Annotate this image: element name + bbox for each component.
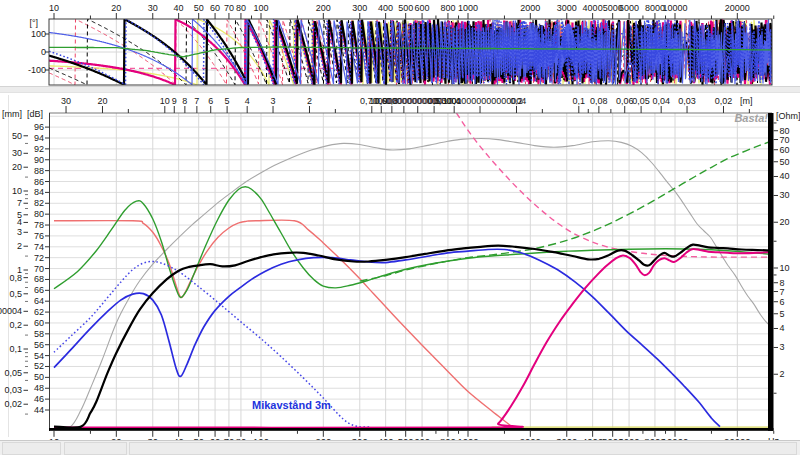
svg-text:64: 64 bbox=[34, 296, 44, 306]
svg-text:8: 8 bbox=[780, 278, 785, 288]
svg-text:80: 80 bbox=[34, 209, 44, 219]
svg-text:60: 60 bbox=[210, 3, 220, 13]
svg-text:5: 5 bbox=[225, 96, 230, 106]
svg-text:7: 7 bbox=[780, 287, 785, 297]
svg-text:0,1: 0,1 bbox=[9, 344, 22, 354]
mm-axis: 0,020,030,050,10,20,300000000000000040,5… bbox=[0, 131, 28, 414]
tweeter-spl-magenta bbox=[54, 249, 774, 428]
svg-text:70: 70 bbox=[224, 3, 234, 13]
svg-text:10: 10 bbox=[160, 96, 170, 106]
svg-text:300: 300 bbox=[352, 3, 367, 13]
svg-text:6000: 6000 bbox=[619, 3, 639, 13]
svg-text:6: 6 bbox=[780, 297, 785, 307]
svg-text:52: 52 bbox=[34, 361, 44, 371]
svg-text:72: 72 bbox=[34, 253, 44, 263]
svg-text:74: 74 bbox=[34, 242, 44, 252]
svg-text:50: 50 bbox=[194, 3, 204, 13]
svg-text:90: 90 bbox=[34, 155, 44, 165]
svg-text:20: 20 bbox=[97, 96, 107, 106]
phase-chart[interactable]: 1020304050607080100200300400500600800100… bbox=[28, 3, 774, 85]
svg-text:50: 50 bbox=[34, 372, 44, 382]
svg-text:46: 46 bbox=[34, 394, 44, 404]
frequency-axis: 1020304050607080100200300400500600800100… bbox=[49, 431, 774, 440]
svg-text:88: 88 bbox=[34, 166, 44, 176]
svg-text:58: 58 bbox=[34, 329, 44, 339]
svg-text:200: 200 bbox=[316, 3, 331, 13]
svg-text:50: 50 bbox=[12, 131, 22, 141]
wavelength-axis-unit: [m] bbox=[740, 96, 753, 106]
svg-text:80: 80 bbox=[780, 126, 790, 136]
svg-text:3: 3 bbox=[17, 227, 22, 237]
status-segment bbox=[64, 442, 127, 455]
svg-text:0,5: 0,5 bbox=[9, 289, 22, 299]
svg-text:6: 6 bbox=[208, 96, 213, 106]
svg-text:76: 76 bbox=[34, 231, 44, 241]
svg-text:0,03: 0,03 bbox=[4, 385, 22, 395]
svg-text:7: 7 bbox=[17, 198, 22, 208]
svg-text:20: 20 bbox=[780, 217, 790, 227]
svg-text:40: 40 bbox=[780, 171, 790, 181]
svg-text:4: 4 bbox=[780, 323, 785, 333]
svg-text:0,06: 0,06 bbox=[616, 96, 634, 106]
svg-text:500: 500 bbox=[398, 3, 413, 13]
svg-text:2000: 2000 bbox=[520, 3, 540, 13]
basta-watermark: Basta! bbox=[734, 112, 768, 124]
svg-text:0,02: 0,02 bbox=[715, 96, 733, 106]
svg-text:0,02: 0,02 bbox=[4, 399, 22, 409]
phase-series bbox=[49, 19, 772, 85]
svg-text:96: 96 bbox=[34, 122, 44, 132]
svg-text:70: 70 bbox=[780, 135, 790, 145]
svg-text:20: 20 bbox=[12, 162, 22, 172]
svg-text:44: 44 bbox=[34, 405, 44, 415]
svg-text:-100: -100 bbox=[28, 65, 46, 75]
svg-text:3000: 3000 bbox=[557, 3, 577, 13]
svg-text:54: 54 bbox=[34, 351, 44, 361]
main-grid bbox=[49, 113, 772, 428]
status-segment bbox=[129, 442, 797, 455]
svg-text:600: 600 bbox=[415, 3, 430, 13]
svg-text:1000: 1000 bbox=[458, 3, 478, 13]
svg-text:10: 10 bbox=[780, 263, 790, 273]
panel-divider bbox=[0, 87, 800, 93]
svg-text:10000: 10000 bbox=[662, 3, 687, 13]
svg-text:100: 100 bbox=[253, 3, 268, 13]
svg-text:0,1: 0,1 bbox=[573, 96, 586, 106]
svg-text:80: 80 bbox=[236, 3, 246, 13]
svg-text:30: 30 bbox=[780, 190, 790, 200]
svg-text:4000: 4000 bbox=[583, 3, 603, 13]
svg-text:86: 86 bbox=[34, 177, 44, 187]
svg-text:60: 60 bbox=[780, 145, 790, 155]
svg-text:66: 66 bbox=[34, 285, 44, 295]
svg-text:0,05: 0,05 bbox=[4, 368, 22, 378]
svg-text:92: 92 bbox=[34, 144, 44, 154]
svg-text:0,03: 0,03 bbox=[678, 96, 696, 106]
svg-text:0,08: 0,08 bbox=[590, 96, 608, 106]
ohm-axis: 23456781020304050607080 bbox=[774, 123, 790, 393]
background-layer bbox=[0, 87, 800, 438]
status-bar bbox=[0, 440, 800, 455]
charts-canvas: 1020304050607080100200300400500600800100… bbox=[0, 0, 800, 440]
db-axis: 9694929088868482807876747270686664626058… bbox=[34, 122, 49, 415]
svg-text:70: 70 bbox=[34, 264, 44, 274]
phase-top-axis: 1020304050607080100200300400500600800100… bbox=[49, 3, 774, 19]
svg-text:800: 800 bbox=[440, 3, 455, 13]
main-chart[interactable]: 0,020,030,040,050,060,080,10,20,30000000… bbox=[0, 96, 790, 441]
main-right-axis-bar bbox=[768, 113, 774, 431]
degree-axis-unit: [°] bbox=[29, 18, 38, 28]
db-axis-unit: [dB] bbox=[27, 109, 43, 119]
svg-text:50: 50 bbox=[780, 157, 790, 167]
svg-text:7: 7 bbox=[194, 96, 199, 106]
svg-text:56: 56 bbox=[34, 340, 44, 350]
svg-text:1: 1 bbox=[369, 96, 374, 106]
main-bottom-axis bbox=[49, 428, 774, 431]
svg-text:3: 3 bbox=[780, 342, 785, 352]
svg-text:100: 100 bbox=[31, 29, 46, 39]
svg-text:2: 2 bbox=[780, 369, 785, 379]
main-series bbox=[54, 113, 774, 440]
svg-text:94: 94 bbox=[34, 133, 44, 143]
status-segment bbox=[2, 442, 61, 455]
svg-text:30: 30 bbox=[148, 3, 158, 13]
svg-text:78: 78 bbox=[34, 220, 44, 230]
svg-text:30: 30 bbox=[12, 148, 22, 158]
svg-text:48: 48 bbox=[34, 383, 44, 393]
